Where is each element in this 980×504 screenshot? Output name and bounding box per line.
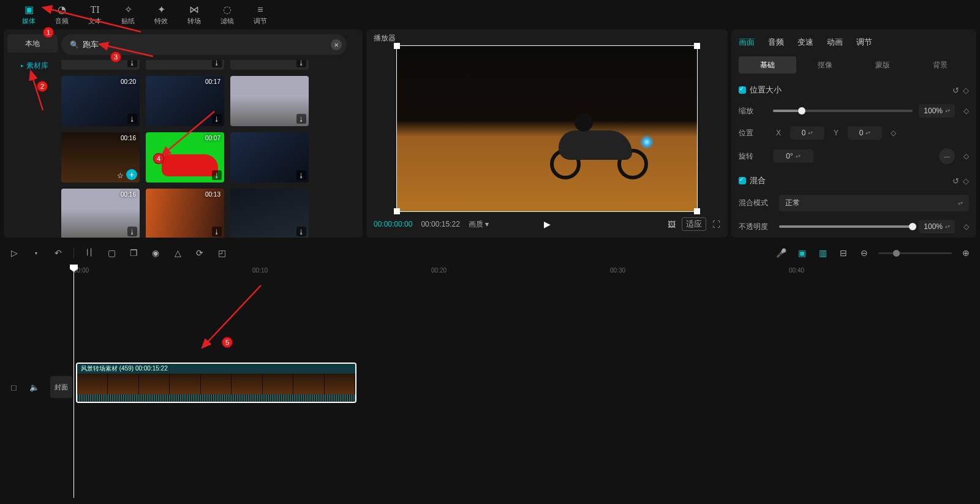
keyframe-icon[interactable]: ◇ [891,129,896,137]
split-tool[interactable]: 〢 [83,246,96,260]
quality-dropdown[interactable]: 画质 ▾ [469,219,489,230]
position-x-value[interactable]: 0▴▾ [790,126,824,140]
blend-mode-select[interactable]: 正常▴▾ [779,195,969,211]
download-icon[interactable]: ⭳ [212,170,222,180]
align-icon[interactable]: ⊟ [837,246,850,260]
subtab-mask[interactable]: 蒙版 [854,56,911,73]
media-card[interactable]: ⭳ [230,76,309,126]
tab-sticker[interactable]: ✧贴纸 [111,0,145,29]
sidebar-local[interactable]: 本地 [7,34,58,53]
resize-handle[interactable] [694,43,700,49]
tab-text[interactable]: TI文本 [78,0,111,29]
pointer-tool[interactable]: ▷ [7,246,21,260]
scale-value[interactable]: 100%▴▾ [919,104,955,118]
zoom-in-icon[interactable]: ⊕ [959,246,973,260]
media-card[interactable]: ⭳ [230,132,309,182]
magnet-main-icon[interactable]: ▣ [795,246,809,260]
reset-icon[interactable]: ↺ [952,176,959,186]
media-card[interactable]: ⭳ [230,189,309,238]
zoom-out-icon[interactable]: ⊖ [858,246,871,260]
player-canvas[interactable] [396,45,698,212]
download-icon[interactable]: ⭳ [212,227,222,236]
insp-tab-anim[interactable]: 动画 [827,37,843,48]
download-icon[interactable]: ⭳ [296,114,306,124]
tab-filter[interactable]: ◌滤镜 [211,0,244,29]
video-clip[interactable]: 风景转场素材 (459) 00:00:15:22 [76,363,356,403]
media-card[interactable]: 00:13⭳ [146,189,224,238]
clear-search-icon[interactable]: ✕ [331,39,342,50]
resize-handle[interactable] [394,43,400,49]
rotate-tool[interactable]: ⟳ [193,246,206,260]
download-icon[interactable]: ⭳ [127,114,137,124]
timeline-ruler[interactable]: 00:00 00:10 00:20 00:30 00:40 [74,265,973,278]
insp-tab-speed[interactable]: 变速 [797,37,813,48]
subtab-bg[interactable]: 背景 [911,56,969,73]
reset-icon[interactable]: ↺ [952,86,959,95]
resize-handle[interactable] [394,208,400,214]
download-icon[interactable]: ⭳ [212,114,222,124]
media-card[interactable]: 00:20⭳ [61,76,140,126]
opacity-slider[interactable] [779,225,913,228]
scale-slider[interactable] [773,110,913,112]
download-icon[interactable]: ⭳ [296,227,306,236]
magnet-aux-icon[interactable]: ▥ [816,246,829,260]
flip-button[interactable]: — [939,148,955,164]
timeline-body[interactable]: ◻ 🔈 封面 风景转场素材 (459) 00:00:15:22 [0,278,980,492]
keyframe-icon[interactable]: ◇ [963,176,969,186]
media-card[interactable]: 00:17⭳ [146,76,224,126]
download-icon[interactable]: ⭳ [296,170,306,180]
copy-tool[interactable]: ❐ [127,246,140,260]
checkbox-blend[interactable] [739,177,746,184]
subtab-basic[interactable]: 基础 [739,56,796,73]
pointer-dropdown[interactable]: ▾ [29,246,43,260]
media-card[interactable]: 00:16⭳ [61,189,140,238]
zoom-slider[interactable] [878,252,952,254]
add-to-timeline-icon[interactable]: + [126,169,137,180]
insp-tab-audio[interactable]: 音频 [768,37,784,48]
favorite-icon[interactable]: ☆ [117,171,124,180]
filter-icon: ◌ [220,4,235,15]
keyframe-icon[interactable]: ◇ [963,222,969,231]
crop2-tool[interactable]: ◰ [215,246,228,260]
tab-transition[interactable]: ⋈转场 [178,0,211,29]
opacity-value[interactable]: 100%▴▾ [919,220,955,233]
media-card-selected[interactable]: 00:16☆+ [61,132,140,182]
media-card[interactable]: 00:07⭳ [146,132,224,182]
keyframe-icon[interactable]: ◇ [963,107,969,115]
track-lock-icon[interactable]: ◻ [7,381,20,393]
track-mute-icon[interactable]: 🔈 [28,381,40,393]
download-icon[interactable]: ⭳ [127,60,137,67]
keyframe-icon[interactable]: ◇ [963,152,969,160]
keyframe-icon[interactable]: ◇ [963,86,969,95]
fullscreen-icon[interactable]: ⛶ [712,220,720,229]
tab-effect[interactable]: ✦特效 [145,0,178,29]
mic-icon[interactable]: 🎤 [774,246,788,260]
tab-media[interactable]: ▣媒体 [12,0,45,29]
resize-handle[interactable] [694,208,700,214]
media-card[interactable]: ⭳ [230,60,309,70]
tab-audio[interactable]: ◔音频 [45,0,78,29]
media-card[interactable]: ⭳ [146,60,224,70]
mirror-tool[interactable]: △ [171,246,184,260]
search-input[interactable]: 🔍 跑车 ✕ [61,34,347,55]
sidebar-library[interactable]: 素材库 [7,56,58,75]
download-icon[interactable]: ⭳ [212,60,222,67]
subtab-cutout[interactable]: 抠像 [796,56,854,73]
undo-button[interactable]: ↶ [51,246,65,260]
insp-tab-adjust[interactable]: 调节 [856,37,872,48]
play-button[interactable]: ▶ [544,219,551,229]
checkbox-transform[interactable] [739,86,746,94]
media-card[interactable]: ⭳ [61,60,140,70]
download-icon[interactable]: ⭳ [296,60,306,67]
position-y-value[interactable]: 0▴▾ [848,126,882,140]
insp-tab-picture[interactable]: 画面 [739,37,755,48]
reverse-tool[interactable]: ◉ [149,246,162,260]
tab-adjust[interactable]: ≡调节 [244,0,277,29]
cover-button[interactable]: 封面 [50,376,72,398]
crop-tool[interactable]: ▢ [105,246,118,260]
player-viewport[interactable] [374,45,720,212]
ratio-button[interactable]: 适应 [682,217,706,231]
rotate-value[interactable]: 0°▴▾ [773,149,813,163]
download-icon[interactable]: ⭳ [127,227,137,236]
snapshot-icon[interactable]: 🖼 [668,220,676,229]
